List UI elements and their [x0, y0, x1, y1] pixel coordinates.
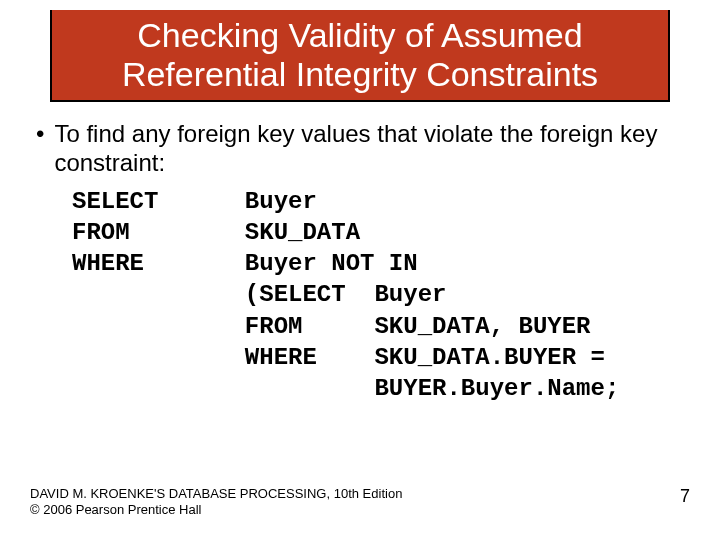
slide-title: Checking Validity of Assumed Referential… [50, 10, 670, 102]
footer: DAVID M. KROENKE'S DATABASE PROCESSING, … [30, 486, 690, 519]
page-number: 7 [680, 486, 690, 507]
slide: Checking Validity of Assumed Referential… [0, 0, 720, 540]
footer-line-2: © 2006 Pearson Prentice Hall [30, 502, 402, 518]
bullet-item: • To find any foreign key values that vi… [36, 120, 684, 178]
bullet-marker: • [36, 120, 44, 149]
footer-credit: DAVID M. KROENKE'S DATABASE PROCESSING, … [30, 486, 402, 519]
bullet-text: To find any foreign key values that viol… [54, 120, 684, 178]
footer-line-1: DAVID M. KROENKE'S DATABASE PROCESSING, … [30, 486, 402, 502]
sql-code: SELECT Buyer FROM SKU_DATA WHERE Buyer N… [72, 186, 684, 404]
content-area: • To find any foreign key values that vi… [30, 102, 690, 404]
